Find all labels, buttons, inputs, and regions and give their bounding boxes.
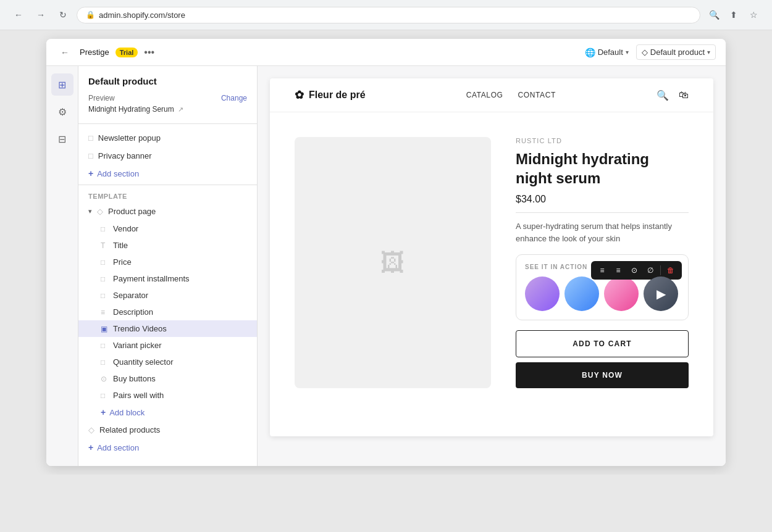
media-thumb-2[interactable] [564,276,599,311]
browser-actions: 🔍 ⬆ ☆ [705,6,762,23]
payment-icon: □ [101,275,109,283]
sidebar-icon-apps[interactable]: ⊟ [51,128,73,150]
product-divider [516,212,689,213]
toolbar-delete-btn[interactable]: 🗑 [663,264,678,277]
pairs-label: Pairs well with [113,391,164,400]
sidebar-item-product-page[interactable]: ▾ ◇ Product page [78,202,257,220]
add-block-icon: + [101,407,106,417]
quantity-label: Quantity selector [113,357,174,367]
add-section-btn-1[interactable]: + Add section [78,165,257,182]
nav-contact[interactable]: CONTACT [518,91,556,99]
sidebar-item-privacy[interactable]: □ Privacy banner [78,147,257,165]
sidebar-subitem-description[interactable]: ≡ Description [78,304,257,320]
product-brand: RUSTIC LTD [516,137,689,144]
sidebar-subitem-trendio[interactable]: ▣ Trendio Videos [78,320,257,337]
toolbar-align-center-btn[interactable]: ≡ [611,264,626,277]
related-label: Related products [99,425,160,434]
chevron-down-icon: ▾ [626,49,629,56]
url-text: admin.shopify.com/store [99,10,185,20]
product-page-icon: ◇ [97,207,103,216]
newsletter-label: Newsletter popup [98,133,161,143]
topbar-dots[interactable]: ••• [144,47,154,58]
sidebar-subitem-price[interactable]: □ Price [78,254,257,270]
nav-catalog[interactable]: CATALOG [466,91,503,99]
preview-page-row: Midnight Hydrating Serum ↗ [78,105,257,121]
sidebar-subitem-title[interactable]: T Title [78,237,257,254]
toolbar-slash-btn[interactable]: ∅ [643,264,658,277]
trendio-label: Trendio Videos [113,324,167,333]
sidebar-subitem-vendor[interactable]: □ Vendor [78,220,257,237]
store-header-right: 🔍 🛍 [657,89,689,101]
browser-chrome: ← → ↻ 🔒 admin.shopify.com/store 🔍 ⬆ ☆ [0,0,772,30]
preview-area: ✿ Fleur de pré CATALOG CONTACT 🔍 🛍 [258,66,726,466]
browser-search-btn[interactable]: 🔍 [705,6,723,23]
store-search-btn[interactable]: 🔍 [657,89,669,101]
variant-label: Variant picker [113,341,162,350]
vendor-label: Vendor [113,224,138,233]
privacy-label: Privacy banner [98,151,152,160]
sidebar-subitem-separator[interactable]: □ Separator [78,287,257,304]
address-bar[interactable]: 🔒 admin.shopify.com/store [77,7,700,23]
store-preview: ✿ Fleur de pré CATALOG CONTACT 🔍 🛍 [270,78,713,436]
product-title: Midnight hydrating night serum [516,149,689,188]
add-section-1-label: Add section [97,169,139,178]
topbar-back-btn[interactable]: ← [56,44,73,61]
browser-back-btn[interactable]: ← [10,6,27,23]
topbar-left: ← Prestige Trial ••• [56,44,577,61]
toolbar-divider [660,265,661,275]
buy-now-button[interactable]: BUY NOW [516,362,689,388]
product-info: RUSTIC LTD Midnight hydrating night seru… [516,137,689,388]
topbar-product-dropdown[interactable]: ◇ Default product ▾ [636,44,716,60]
media-thumb-3[interactable] [604,276,639,311]
see-it-action-card: SEE IT IN ACTION ≡ ≡ ⊙ ∅ 🗑 [516,254,689,320]
related-icon: ◇ [88,425,94,434]
toolbar-align-left-btn[interactable]: ≡ [595,264,610,277]
toolbar-image-btn[interactable]: ⊙ [627,264,642,277]
sidebar-item-related[interactable]: ◇ Related products [78,421,257,439]
add-block-btn[interactable]: + Add block [78,404,257,421]
trendio-icon: ▣ [101,325,109,333]
buy-icon: ⊙ [101,375,109,383]
product-chevron-icon: ▾ [707,49,710,56]
sidebar-subitem-quantity[interactable]: □ Quantity selector [78,354,257,370]
sidebar-subitem-buy-buttons[interactable]: ⊙ Buy buttons [78,370,257,387]
sidebar-item-newsletter[interactable]: □ Newsletter popup [78,129,257,147]
topbar-default-dropdown[interactable]: 🌐 Default ▾ [585,48,629,57]
panel-title: Default product [78,76,257,94]
play-icon: ▶ [657,286,666,301]
sidebar-subitem-pairs[interactable]: □ Pairs well with [78,387,257,404]
media-thumbnails: ▶ [525,276,679,311]
add-section-1-icon: + [88,168,93,178]
sidebar-subitem-payment[interactable]: □ Payment installments [78,270,257,287]
topbar-right: 🌐 Default ▾ ◇ Default product ▾ [585,44,716,60]
sidebar-icon-theme[interactable]: ⊞ [51,73,73,96]
browser-bookmark-btn[interactable]: ☆ [745,6,762,23]
collapse-icon: ▾ [88,207,92,215]
add-section-btn-2[interactable]: + Add section [78,439,257,456]
media-thumb-4-video[interactable]: ▶ [644,276,678,311]
store-nav: CATALOG CONTACT [466,91,556,99]
store-cart-btn[interactable]: 🛍 [679,89,689,101]
panel-sidebar: Default product Preview Change Midnight … [78,66,258,466]
product-content: 🖼 RUSTIC LTD Midnight hydrating night se… [270,112,713,413]
media-thumb-1[interactable] [525,276,560,311]
app-layout: ⊞ ⚙ ⊟ Default product Preview Change Mid… [46,66,726,466]
change-link[interactable]: Change [221,94,247,102]
browser-share-btn[interactable]: ⬆ [725,6,742,23]
product-description: A super-hydrating serum that helps insta… [516,220,689,244]
browser-refresh-btn[interactable]: ↻ [54,6,72,23]
add-section-2-label: Add section [97,443,139,452]
product-images: 🖼 [295,137,491,388]
browser-forward-btn[interactable]: → [32,6,49,23]
sidebar-icon-settings[interactable]: ⚙ [51,101,73,123]
price-icon: □ [101,258,109,267]
sidebar-subitem-variant[interactable]: □ Variant picker [78,337,257,354]
external-link-icon: ↗ [178,106,183,114]
vendor-icon: □ [101,225,109,233]
diamond-icon: ◇ [642,48,648,57]
preview-row: Preview Change [78,94,257,105]
separator-label: Separator [113,291,148,300]
add-to-cart-button[interactable]: ADD TO CART [516,330,689,357]
store-header: ✿ Fleur de pré CATALOG CONTACT 🔍 🛍 [270,78,713,112]
newsletter-icon: □ [88,133,93,143]
